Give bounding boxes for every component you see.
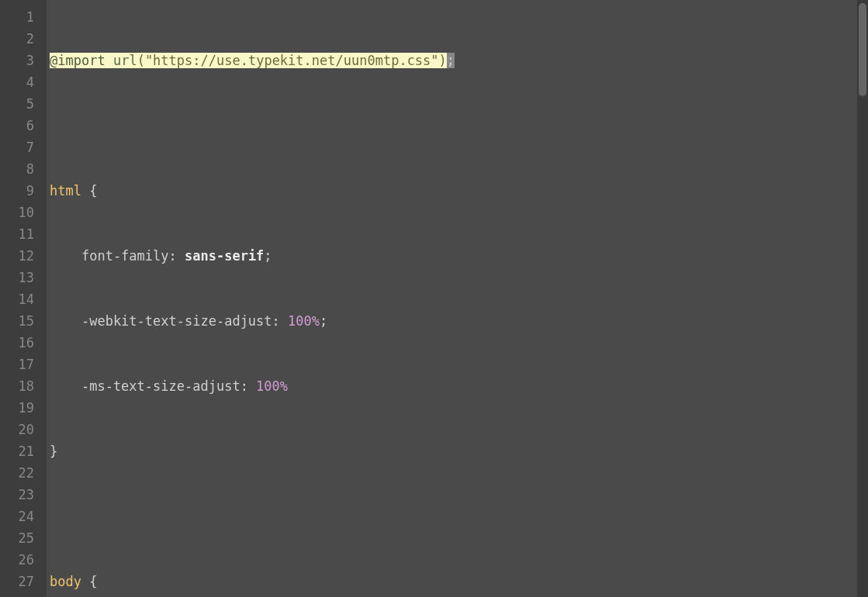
line-number: 12: [0, 245, 34, 267]
scrollbar-thumb[interactable]: [859, 3, 866, 96]
line-number: 8: [0, 158, 34, 180]
code-content[interactable]: @import url("https://use.typekit.net/uun…: [47, 0, 868, 597]
line-number: 4: [0, 71, 34, 93]
line-number: 1: [0, 6, 34, 28]
line-number: 14: [0, 288, 34, 310]
line-number: 26: [0, 549, 34, 571]
code-editor[interactable]: 1 2 3 4 5 6 7 8 9 10 11 12 13 14 15 16 1…: [0, 0, 868, 597]
line-number: 7: [0, 136, 34, 158]
property: -webkit-text-size-adjust:: [50, 313, 288, 329]
line-number: 23: [0, 484, 34, 506]
code-line[interactable]: [50, 506, 868, 527]
url-func: url: [113, 53, 137, 68]
paren: (: [137, 53, 145, 68]
code-line[interactable]: @import url("https://use.typekit.net/uun…: [50, 50, 868, 71]
line-number: 25: [0, 527, 34, 549]
number: 100: [288, 313, 312, 329]
unit: %: [280, 378, 288, 394]
code-line[interactable]: -ms-text-size-adjust: 100%: [50, 375, 868, 397]
line-gutter: 1 2 3 4 5 6 7 8 9 10 11 12 13 14 15 16 1…: [0, 0, 47, 597]
line-number: 11: [0, 223, 34, 245]
brace: {: [81, 574, 97, 589]
code-line[interactable]: [50, 115, 868, 136]
brace: {: [81, 183, 97, 198]
line-number: 16: [0, 332, 34, 354]
code-line[interactable]: -webkit-text-size-adjust: 100%;: [50, 310, 868, 332]
property: font-family:: [50, 248, 185, 264]
line-number: 17: [0, 354, 34, 375]
unit: %: [312, 313, 320, 329]
string: "https://use.typekit.net/uun0mtp.css": [145, 53, 439, 68]
code-line[interactable]: font-family: sans-serif;: [50, 245, 868, 267]
value: sans-serif: [185, 248, 264, 264]
property: -ms-text-size-adjust:: [50, 378, 256, 394]
number: 100: [256, 378, 280, 394]
line-number: 2: [0, 28, 34, 50]
line-number: 24: [0, 506, 34, 527]
line-number: 15: [0, 310, 34, 332]
line-number: 20: [0, 419, 34, 440]
line-number: 19: [0, 397, 34, 419]
line-number: 18: [0, 375, 34, 397]
selector: body: [50, 574, 81, 589]
line-number: 22: [0, 462, 34, 484]
line-number: 5: [0, 93, 34, 115]
code-line[interactable]: }: [50, 440, 868, 462]
line-number: 10: [0, 202, 34, 223]
line-number: 3: [0, 50, 34, 71]
paren: ): [439, 53, 447, 68]
selector: html: [50, 183, 81, 198]
line-number: 6: [0, 115, 34, 136]
brace: }: [50, 443, 57, 459]
semicolon: ;: [320, 313, 327, 329]
at-rule: @import: [50, 53, 105, 68]
line-number: 27: [0, 571, 34, 592]
line-number: 21: [0, 440, 34, 462]
vertical-scrollbar[interactable]: [857, 0, 868, 597]
semicolon: ;: [264, 248, 271, 264]
code-line[interactable]: body {: [50, 571, 868, 592]
code-line[interactable]: html {: [50, 180, 868, 202]
line-number: 13: [0, 267, 34, 288]
line-number: 9: [0, 180, 34, 202]
semicolon: ;: [447, 53, 455, 68]
